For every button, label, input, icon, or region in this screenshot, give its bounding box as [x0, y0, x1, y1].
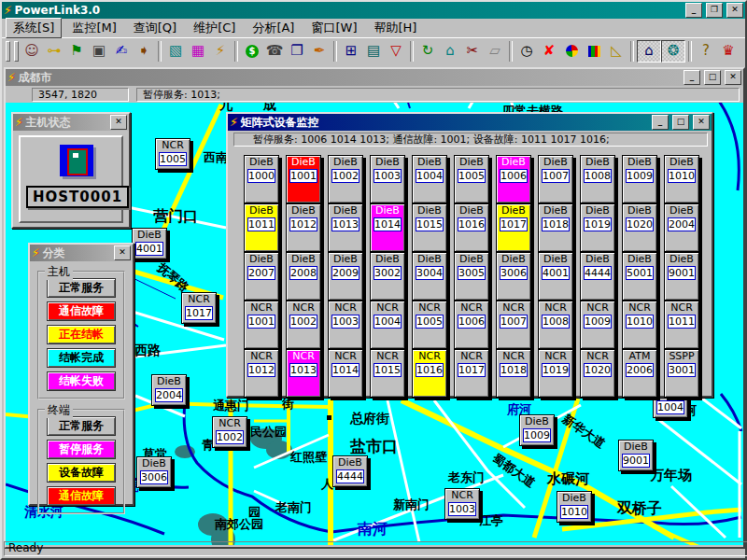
compass-view-icon[interactable]: ❂: [661, 40, 685, 63]
legend-item[interactable]: 正在结帐: [47, 325, 116, 344]
device-button-DieB-3006[interactable]: DieB3006: [496, 252, 531, 301]
menu-item-6[interactable]: 帮助[H]: [367, 19, 423, 37]
legend-item[interactable]: 设备故障: [47, 463, 116, 483]
minimize-button[interactable]: _: [685, 3, 702, 18]
device-button-DieB-4001[interactable]: DieB4001: [538, 252, 573, 301]
archive-icon[interactable]: ⌂: [439, 41, 461, 62]
device-button-NCR-1008[interactable]: NCR1008: [538, 301, 573, 349]
device-button-DieB-9001[interactable]: DieB9001: [618, 440, 654, 471]
device-button-NCR-1004[interactable]: NCR1004: [370, 301, 405, 349]
filter-icon[interactable]: ▽: [385, 41, 407, 62]
restore-button[interactable]: ❐: [706, 3, 723, 18]
menu-item-3[interactable]: 维护[C]: [187, 19, 242, 37]
device-button-DieB-1017[interactable]: DieB1017: [496, 203, 531, 252]
device-button-DieB-2009[interactable]: DieB2009: [328, 252, 363, 301]
device-button-DieB-3004[interactable]: DieB3004: [412, 252, 447, 301]
building-view-icon[interactable]: ⌂: [637, 40, 661, 63]
pie-chart-icon[interactable]: [560, 41, 583, 62]
flag-icon[interactable]: ⚑: [65, 41, 88, 62]
refresh-icon[interactable]: ↻: [416, 41, 439, 62]
device-button-1004[interactable]: 1004: [653, 398, 688, 418]
device-button-DieB-1006[interactable]: DieB1006: [496, 155, 531, 203]
key-icon[interactable]: ⊶: [43, 41, 65, 62]
device-button-DieB-1001[interactable]: DieB1001: [286, 155, 321, 203]
legend-item[interactable]: 结帐失败: [47, 371, 116, 391]
money-bag-icon[interactable]: $: [241, 41, 263, 62]
cascade-windows-icon[interactable]: ❐: [286, 41, 308, 62]
device-button-DieB-1019[interactable]: DieB1019: [580, 203, 615, 252]
manual-icon[interactable]: ✍: [110, 41, 133, 62]
close-button[interactable]: ✕: [726, 3, 743, 18]
toolbar-grip[interactable]: [14, 41, 19, 62]
device-button-NCR-1015[interactable]: NCR1015: [370, 349, 405, 398]
event-monitor-icon[interactable]: ⚡: [209, 41, 232, 62]
about-icon[interactable]: ♛: [717, 41, 740, 62]
device-button-NCR-1018[interactable]: NCR1018: [496, 349, 531, 398]
device-button-DieB-2004[interactable]: DieB2004: [151, 374, 187, 406]
matrix-minimize-button[interactable]: _: [652, 115, 669, 130]
toolbar-grip[interactable]: [6, 41, 10, 62]
report-icon[interactable]: ▤: [362, 41, 385, 62]
device-button-DieB-1012[interactable]: DieB1012: [286, 203, 321, 252]
device-button-NCR-1017[interactable]: NCR1017: [454, 349, 489, 398]
brush-icon[interactable]: ✒: [308, 41, 331, 62]
device-button-DieB-9001[interactable]: DieB9001: [664, 252, 699, 301]
device-button-NCR-1003[interactable]: NCR1003: [444, 488, 480, 520]
device-button-DieB-3006[interactable]: DieB3006: [136, 456, 172, 488]
device-button-NCR-1005[interactable]: NCR1005: [155, 138, 190, 170]
device-button-DieB-1010[interactable]: DieB1010: [664, 155, 699, 203]
device-button-DieB-1008[interactable]: DieB1008: [580, 155, 615, 203]
device-button-DieB-1009[interactable]: DieB1009: [519, 414, 555, 446]
device-button-DieB-1014[interactable]: DieB1014: [370, 203, 405, 252]
exit-door-icon[interactable]: ➧: [133, 41, 155, 62]
clock-icon[interactable]: ◷: [515, 41, 538, 62]
device-button-DieB-4444[interactable]: DieB4444: [580, 252, 615, 301]
device-button-DieB-1015[interactable]: DieB1015: [412, 203, 447, 252]
device-button-DieB-1007[interactable]: DieB1007: [538, 155, 573, 203]
legend-item[interactable]: 正常服务: [47, 416, 116, 436]
protractor-icon[interactable]: ◺: [605, 41, 627, 62]
help-icon[interactable]: ?: [695, 41, 717, 62]
device-button-DieB-1016[interactable]: DieB1016: [454, 203, 489, 252]
printer-icon[interactable]: ▣: [88, 41, 110, 62]
host-close-button[interactable]: ✕: [110, 115, 127, 130]
device-button-DieB-2004[interactable]: DieB2004: [664, 203, 699, 252]
device-button-NCR-1006[interactable]: NCR1006: [454, 301, 489, 349]
device-button-NCR-1005[interactable]: NCR1005: [412, 301, 447, 349]
menu-item-4[interactable]: 分析[A]: [246, 19, 301, 37]
city-maximize-button[interactable]: □: [704, 70, 721, 85]
device-button-DieB-1000[interactable]: DieB1000: [244, 155, 279, 203]
device-button-DieB-1005[interactable]: DieB1005: [454, 155, 489, 203]
device-button-ATM-2006[interactable]: ATM2006: [622, 349, 657, 398]
device-button-DieB-1010[interactable]: DieB1010: [557, 491, 592, 523]
device-button-DieB-1018[interactable]: DieB1018: [538, 203, 573, 252]
device-button-DieB-1002[interactable]: DieB1002: [328, 155, 363, 203]
menu-item-5[interactable]: 窗口[W]: [304, 19, 363, 37]
device-button-DieB-2007[interactable]: DieB2007: [244, 252, 279, 301]
login-icon[interactable]: ☺: [21, 41, 43, 62]
host-icon[interactable]: [60, 145, 93, 176]
delete-icon[interactable]: ✘: [538, 41, 560, 62]
device-button-NCR-1010[interactable]: NCR1010: [622, 301, 657, 349]
device-button-NCR-1001[interactable]: NCR1001: [244, 301, 279, 349]
device-button-SSPP-3001[interactable]: SSPP3001: [664, 349, 699, 398]
legend-item[interactable]: 正常服务: [47, 278, 116, 298]
matrix-close-button[interactable]: ✕: [693, 115, 710, 130]
device-button-DieB-1011[interactable]: DieB1011: [244, 203, 279, 252]
device-button-NCR-1002[interactable]: NCR1002: [212, 416, 247, 448]
eraser-icon[interactable]: ▱: [484, 41, 506, 62]
phone-icon[interactable]: ☎: [263, 41, 286, 62]
menu-item-1[interactable]: 监控[M]: [65, 19, 122, 37]
legend-item[interactable]: 通信故障: [47, 301, 116, 321]
device-button-DieB-1004[interactable]: DieB1004: [412, 155, 447, 203]
legend-item[interactable]: 通信故障: [47, 486, 116, 506]
device-button-DieB-1013[interactable]: DieB1013: [328, 203, 363, 252]
legend-item[interactable]: 暂停服务: [47, 440, 116, 459]
device-button-NCR-1020[interactable]: NCR1020: [580, 349, 615, 398]
menu-item-2[interactable]: 查询[Q]: [127, 19, 183, 37]
legend-item[interactable]: 结帐完成: [47, 348, 116, 368]
device-button-NCR-1009[interactable]: NCR1009: [580, 301, 615, 349]
device-button-DieB-2008[interactable]: DieB2008: [286, 252, 321, 301]
legend-close-button[interactable]: ✕: [114, 245, 131, 260]
device-button-DieB-1003[interactable]: DieB1003: [370, 155, 405, 203]
